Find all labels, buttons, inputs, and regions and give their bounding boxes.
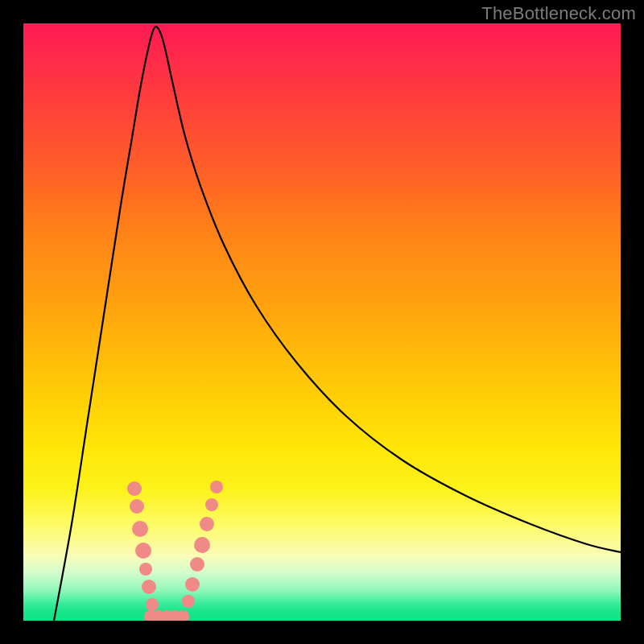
sample-dot bbox=[205, 498, 218, 511]
watermark-text: TheBottleneck.com bbox=[481, 3, 636, 24]
sample-dot bbox=[146, 598, 159, 611]
plot-area bbox=[23, 23, 621, 621]
sample-dot bbox=[127, 481, 142, 496]
chart-frame: TheBottleneck.com bbox=[0, 0, 644, 644]
sample-dot bbox=[130, 499, 144, 514]
sample-dot bbox=[182, 595, 195, 608]
sample-dot bbox=[135, 543, 151, 559]
sample-dot bbox=[210, 481, 223, 493]
sample-dot bbox=[200, 517, 214, 531]
sample-dot bbox=[185, 577, 200, 592]
sample-dots bbox=[127, 481, 223, 621]
sample-dot bbox=[139, 563, 152, 576]
sample-dot bbox=[190, 557, 204, 572]
sample-dot bbox=[142, 580, 156, 594]
sample-dot bbox=[194, 537, 210, 553]
curve-layer bbox=[23, 23, 621, 621]
sample-dot bbox=[132, 521, 148, 537]
